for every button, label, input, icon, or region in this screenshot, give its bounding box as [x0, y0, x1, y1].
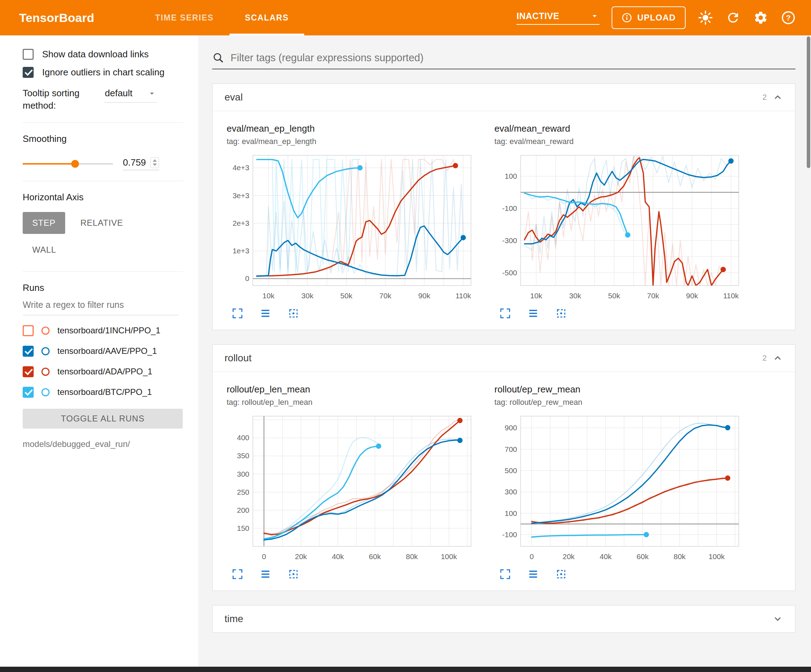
svg-text:0: 0	[529, 552, 534, 560]
expand-chart-icon[interactable]	[499, 308, 511, 319]
filter-tags-row	[212, 52, 796, 69]
expand-chart-icon[interactable]	[232, 308, 243, 319]
axis-wall-button[interactable]: WALL	[23, 239, 66, 261]
run-label: tensorboard/BTC/PPO_1	[58, 387, 152, 397]
section-eval-body: eval/mean_ep_length tag: eval/mean_ep_le…	[212, 111, 795, 330]
tooltip-sorting-value: default	[105, 88, 132, 99]
brightness-icon[interactable]	[698, 10, 713, 25]
show-download-label: Show data download links	[42, 49, 149, 60]
fit-domain-icon[interactable]	[555, 308, 567, 319]
run-label: tensorboard/ADA/PPO_1	[58, 367, 152, 376]
bottom-bar	[0, 667, 811, 672]
tooltip-sorting-label: Tooltip sorting method:	[23, 87, 92, 112]
svg-text:400: 400	[237, 433, 249, 442]
chart-tag: tag: eval/mean_ep_length	[227, 137, 475, 146]
fit-domain-icon[interactable]	[288, 308, 299, 319]
chart-eval-mean-ep-length: eval/mean_ep_length tag: eval/mean_ep_le…	[227, 123, 475, 319]
chart-title: rollout/ep_len_mean	[227, 384, 475, 395]
svg-text:0: 0	[245, 274, 249, 283]
svg-text:-500: -500	[502, 269, 517, 277]
smoothing-input[interactable]: 0.759	[123, 157, 159, 170]
line-chart[interactable]: 020k40k60k80k100k150200250300350400	[227, 412, 475, 564]
runs-filter-input[interactable]	[23, 293, 178, 315]
svg-text:30k: 30k	[569, 291, 581, 300]
svg-text:90k: 90k	[686, 291, 698, 300]
run-item[interactable]: tensorboard/1INCH/PPO_1	[23, 320, 187, 341]
smoothing-row: 0.759	[23, 157, 187, 170]
run-item[interactable]: tensorboard/AAVE/PPO_1	[23, 341, 187, 361]
help-icon[interactable]: ?	[780, 10, 796, 25]
tab-scalars[interactable]: SCALARS	[229, 0, 305, 36]
svg-text:0: 0	[262, 552, 266, 560]
run-item[interactable]: tensorboard/BTC/PPO_1	[23, 382, 187, 402]
svg-text:40k: 40k	[332, 552, 344, 560]
svg-text:-300: -300	[502, 236, 517, 245]
expand-chart-icon[interactable]	[499, 568, 511, 580]
run-checkbox[interactable]	[23, 387, 34, 398]
line-chart[interactable]: 10k30k50k70k90k110k01e+32e+33e+34e+3	[227, 151, 475, 303]
refresh-icon[interactable]	[725, 10, 741, 25]
section-eval-header[interactable]: eval 2	[212, 84, 795, 111]
data-table-icon[interactable]	[527, 568, 539, 580]
smoothing-slider[interactable]	[23, 159, 113, 168]
divider	[23, 122, 183, 123]
svg-text:90k: 90k	[418, 291, 430, 300]
svg-text:1e+3: 1e+3	[232, 247, 249, 255]
slider-fill	[23, 163, 75, 164]
scrollbar[interactable]	[807, 36, 810, 168]
divider	[23, 181, 183, 181]
tab-time-series[interactable]: TIME SERIES	[139, 0, 229, 36]
chart-title: rollout/ep_rew_mean	[494, 384, 742, 395]
section-rollout-header[interactable]: rollout 2	[212, 345, 795, 372]
axis-relative-button[interactable]: RELATIVE	[71, 212, 133, 234]
show-download-checkbox[interactable]	[23, 49, 34, 60]
run-label: tensorboard/1INCH/PPO_1	[58, 325, 160, 335]
svg-text:80k: 80k	[674, 552, 685, 560]
run-checkbox[interactable]	[23, 366, 34, 377]
svg-text:10k: 10k	[530, 291, 542, 300]
caret-down-icon	[590, 11, 600, 21]
run-checkbox[interactable]	[23, 325, 34, 336]
slider-track[interactable]	[23, 163, 113, 164]
fit-domain-icon[interactable]	[288, 568, 299, 580]
line-chart[interactable]: 10k30k50k70k90k110k100-100-300-500	[494, 151, 742, 303]
status-dropdown-value: INACTIVE	[516, 11, 559, 21]
axis-step-button[interactable]: STEP	[23, 212, 65, 234]
smoothing-stepper[interactable]	[151, 157, 159, 168]
tooltip-sorting-row: Tooltip sorting method: default	[23, 87, 187, 112]
slider-thumb[interactable]	[71, 160, 79, 168]
svg-text:100k: 100k	[709, 552, 725, 560]
ignore-outliers-label: Ignore outliers in chart scaling	[42, 67, 165, 78]
data-table-icon[interactable]	[260, 568, 271, 580]
toggle-all-runs-button[interactable]: TOGGLE ALL RUNS	[23, 409, 183, 428]
show-download-row: Show data download links	[23, 49, 187, 60]
fit-domain-icon[interactable]	[555, 568, 567, 580]
chevron-up-icon	[772, 353, 783, 364]
expand-chart-icon[interactable]	[232, 568, 243, 580]
svg-text:30k: 30k	[301, 291, 314, 300]
svg-text:-100: -100	[502, 204, 517, 212]
data-table-icon[interactable]	[527, 308, 539, 319]
section-time-header[interactable]: time	[212, 606, 795, 632]
app-title[interactable]: TensorBoard	[19, 11, 126, 25]
chart-actions	[232, 308, 475, 319]
runs-list: tensorboard/1INCH/PPO_1tensorboard/AAVE/…	[23, 320, 187, 402]
upload-button[interactable]: UPLOAD	[612, 7, 685, 29]
run-checkbox[interactable]	[23, 346, 34, 357]
line-chart[interactable]: 020k40k60k80k100k-100100300500700900	[494, 412, 742, 564]
ignore-outliers-checkbox[interactable]	[23, 67, 34, 78]
data-table-icon[interactable]	[260, 308, 271, 319]
svg-text:100k: 100k	[441, 552, 457, 560]
chart-actions	[232, 568, 475, 580]
svg-text:20k: 20k	[563, 552, 575, 560]
tooltip-sorting-dropdown[interactable]: default	[104, 87, 157, 103]
filter-tags-input[interactable]	[231, 52, 796, 64]
run-item[interactable]: tensorboard/ADA/PPO_1	[23, 361, 187, 382]
svg-text:250: 250	[237, 488, 249, 496]
status-dropdown[interactable]: INACTIVE	[516, 11, 600, 25]
section-title: eval	[224, 91, 243, 103]
settings-icon[interactable]	[753, 10, 769, 25]
divider	[23, 271, 183, 272]
info-icon	[621, 12, 632, 23]
run-color-circle	[41, 388, 49, 396]
